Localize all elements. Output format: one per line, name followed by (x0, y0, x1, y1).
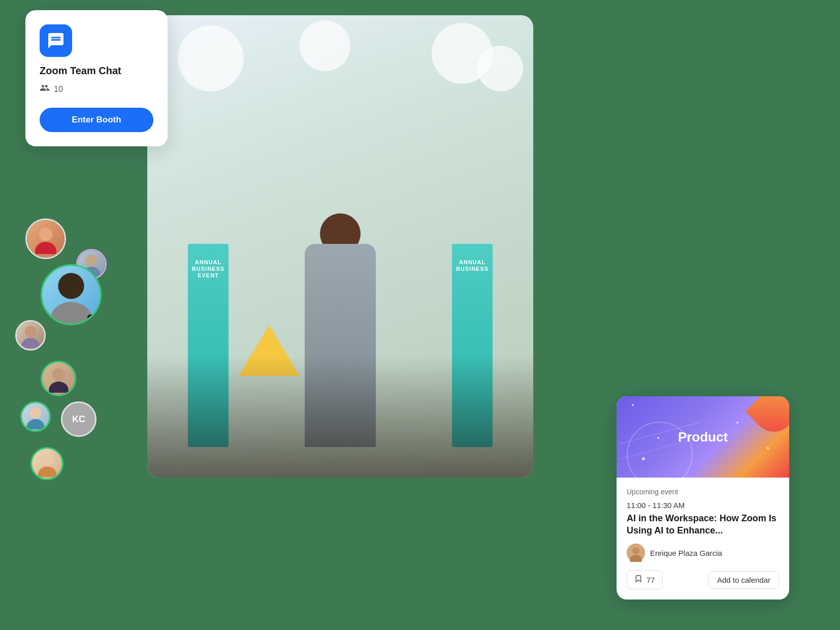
event-title: AI in the Workspace: How Zoom Is Using A… (627, 513, 779, 537)
svg-point-9 (52, 368, 65, 381)
event-card-header: Product (617, 396, 789, 478)
person-silhouette-7 (34, 451, 60, 477)
kc-initials: KC (72, 414, 85, 425)
banner-left-text: ANNUALBUSINESSEVENT (188, 244, 229, 279)
avatar-person-1 (27, 220, 64, 258)
participants-area: ME KC (10, 218, 173, 594)
svg-point-1 (35, 242, 56, 254)
avatar-4 (15, 320, 46, 351)
banner-right-text: ANNUALBUSINESS (452, 244, 493, 272)
balloon-2 (300, 20, 350, 71)
balloon-4 (477, 46, 523, 91)
star-5 (767, 447, 769, 449)
people-icon (40, 83, 50, 93)
avatar-6 (20, 401, 51, 432)
add-to-calendar-button[interactable]: Add to calendar (708, 571, 779, 589)
bookmark-count: 77 (627, 570, 663, 589)
person-silhouette-4 (18, 323, 43, 348)
person-silhouette-5 (45, 365, 73, 393)
booth-icon (40, 24, 72, 57)
event-card-body: Upcoming event 11:00 - 11:30 AM AI in th… (617, 478, 789, 600)
star-1 (632, 404, 634, 406)
attendees-icon (40, 83, 50, 96)
upcoming-event-label: Upcoming event (627, 488, 779, 496)
avatar-person-6 (22, 403, 49, 430)
event-product-label: Product (678, 429, 728, 445)
me-avatar-bg: ME (42, 266, 100, 324)
avatar-me: ME (41, 264, 102, 325)
avatar-7 (30, 447, 63, 480)
event-card: Product Upcoming event 11:00 - 11:30 AM … (617, 396, 789, 600)
me-label: ME (87, 314, 99, 322)
audience-area (147, 356, 533, 478)
svg-point-8 (22, 338, 40, 348)
balloon-1 (178, 25, 244, 91)
speaker-name: Enrique Plaza Garcia (650, 549, 722, 557)
avatar-person-5 (42, 362, 75, 395)
person-silhouette-1 (30, 224, 61, 254)
svg-point-12 (27, 419, 45, 429)
booth-attendees: 10 (40, 83, 153, 96)
event-card-footer: 77 Add to calendar (627, 570, 779, 589)
avatar-kc: KC (61, 401, 96, 437)
event-time: 11:00 - 11:30 AM (627, 501, 779, 510)
bookmark-svg (634, 575, 642, 583)
svg-point-2 (39, 228, 53, 241)
avatar-person-7 (32, 449, 62, 479)
conference-image: ANNUALBUSINESSEVENT ANNUALBUSINESS (147, 15, 533, 478)
svg-point-10 (49, 382, 69, 393)
booth-card: Zoom Team Chat 10 Enter Booth (25, 10, 168, 146)
chat-icon (47, 32, 65, 50)
speaker-row: Enrique Plaza Garcia (627, 544, 779, 562)
svg-point-16 (632, 547, 639, 554)
svg-point-14 (38, 466, 56, 477)
svg-point-13 (41, 454, 53, 465)
svg-point-7 (25, 326, 37, 337)
bookmark-number: 77 (647, 576, 655, 584)
speaker-avatar (627, 544, 645, 562)
booth-title: Zoom Team Chat (40, 65, 153, 77)
speaker-avatar-img (627, 544, 645, 562)
svg-point-5 (58, 273, 84, 299)
svg-point-3 (86, 255, 98, 266)
bookmark-icon (634, 575, 642, 585)
svg-point-11 (30, 407, 42, 419)
attendees-count: 10 (54, 85, 63, 94)
svg-point-6 (51, 302, 91, 325)
avatar-1 (25, 218, 66, 259)
avatar-person-4 (17, 322, 44, 349)
avatar-5 (41, 361, 76, 396)
star-4 (736, 422, 738, 424)
enter-booth-button[interactable]: Enter Booth (40, 108, 153, 132)
person-silhouette-6 (23, 404, 48, 429)
